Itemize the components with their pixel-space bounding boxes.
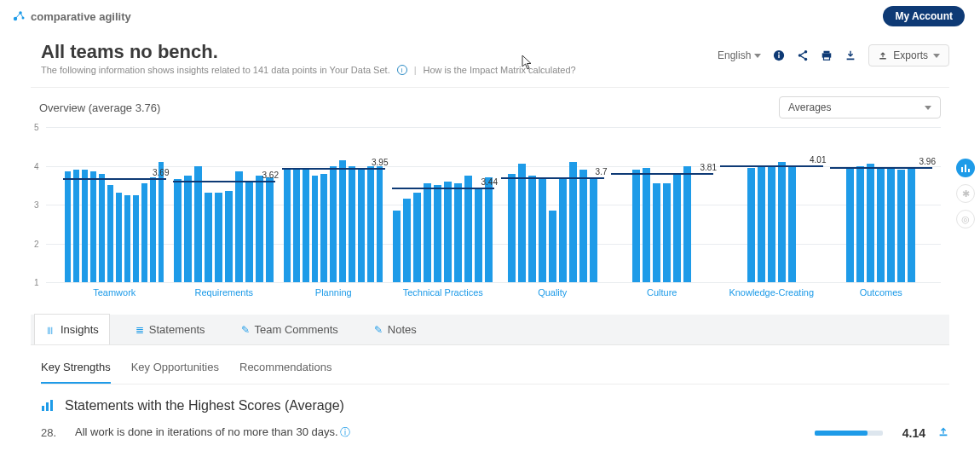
exports-button[interactable]: Exports <box>868 44 949 66</box>
bar[interactable] <box>124 195 130 282</box>
bar[interactable] <box>367 166 374 283</box>
bar[interactable] <box>683 166 691 283</box>
bar[interactable] <box>303 168 309 282</box>
bar[interactable] <box>508 174 516 282</box>
bar[interactable] <box>768 166 775 283</box>
metric-dropdown[interactable]: Averages <box>779 96 941 119</box>
bar[interactable] <box>413 193 421 282</box>
download-icon[interactable] <box>845 49 856 61</box>
category-label[interactable]: Technical Practices <box>389 287 499 298</box>
bar[interactable] <box>747 168 755 282</box>
bar[interactable] <box>867 164 874 282</box>
subtab-key-strengths[interactable]: Key Strengths <box>41 354 111 384</box>
info-icon[interactable]: i <box>397 65 407 75</box>
bar[interactable] <box>174 179 182 282</box>
bar[interactable] <box>758 166 765 283</box>
bar[interactable] <box>846 168 854 282</box>
bar[interactable] <box>590 179 597 282</box>
category-label[interactable]: Quality <box>498 287 608 298</box>
tab-team-comments[interactable]: ✎Team Comments <box>231 315 349 344</box>
tab-notes[interactable]: ✎Notes <box>364 315 427 344</box>
chart-view-snow-button[interactable]: ✱ <box>956 184 975 203</box>
bar[interactable] <box>141 183 147 282</box>
category-label[interactable]: Requirements <box>170 287 280 298</box>
tab-insights[interactable]: ⫼Insights <box>34 314 110 344</box>
bar[interactable] <box>82 170 88 282</box>
print-icon[interactable] <box>821 49 833 61</box>
impact-matrix-link[interactable]: How is the Impact Matrix calculated? <box>424 65 576 75</box>
bar[interactable] <box>349 166 355 283</box>
subtab-key-opportunities[interactable]: Key Opportunities <box>131 354 219 384</box>
bar[interactable] <box>133 195 139 282</box>
bar[interactable] <box>579 170 587 282</box>
bar[interactable] <box>184 176 192 282</box>
share-icon[interactable] <box>797 49 809 61</box>
bar[interactable] <box>856 166 864 283</box>
bar[interactable] <box>434 185 441 282</box>
bar[interactable] <box>256 176 263 282</box>
bar[interactable] <box>377 166 383 283</box>
bar[interactable] <box>107 185 113 282</box>
category-label[interactable]: Outcomes <box>827 287 937 298</box>
bar[interactable] <box>424 183 431 282</box>
bar[interactable] <box>225 191 233 282</box>
info-circle-icon[interactable] <box>773 49 785 61</box>
bar[interactable] <box>312 176 319 282</box>
bar[interactable] <box>518 164 526 282</box>
bar[interactable] <box>205 193 212 282</box>
bar[interactable] <box>653 183 660 282</box>
bar[interactable] <box>235 171 243 282</box>
bar[interactable] <box>908 168 915 282</box>
bar[interactable] <box>877 168 885 282</box>
bar[interactable] <box>245 182 253 282</box>
bar[interactable] <box>194 166 202 283</box>
bar[interactable] <box>475 188 482 282</box>
bar[interactable] <box>320 174 327 282</box>
bar[interactable] <box>643 168 650 282</box>
bar[interactable] <box>778 162 786 282</box>
help-icon[interactable]: ⓘ <box>340 426 350 438</box>
bar[interactable] <box>528 176 536 282</box>
bar[interactable] <box>99 174 105 282</box>
bar[interactable] <box>215 193 222 282</box>
bar[interactable] <box>569 162 577 282</box>
bar[interactable] <box>116 193 122 282</box>
chart-view-other-button[interactable]: ◎ <box>956 210 975 228</box>
bar[interactable] <box>150 177 156 282</box>
language-select[interactable]: English <box>718 49 761 61</box>
bar[interactable] <box>330 166 337 283</box>
bar[interactable] <box>65 171 71 282</box>
statement-upload-button[interactable] <box>937 425 949 440</box>
chart-view-bars-button[interactable] <box>956 159 975 177</box>
bar[interactable] <box>559 177 567 282</box>
category-label[interactable]: Knowledge-Creating <box>717 287 827 298</box>
bar[interactable] <box>673 174 681 282</box>
subtab-recommendations[interactable]: Recommendations <box>239 354 331 384</box>
tab-statements[interactable]: ≣Statements <box>125 315 216 344</box>
bar[interactable] <box>464 176 472 282</box>
bar[interactable] <box>403 199 411 282</box>
bar[interactable] <box>266 177 274 282</box>
bar[interactable] <box>632 170 640 282</box>
bar[interactable] <box>284 170 291 282</box>
bar[interactable] <box>73 170 79 282</box>
bar[interactable] <box>358 168 365 282</box>
bar[interactable] <box>485 177 493 282</box>
bar[interactable] <box>90 171 96 282</box>
bar[interactable] <box>454 183 462 282</box>
bar[interactable] <box>444 182 452 282</box>
bar[interactable] <box>887 168 895 282</box>
bar[interactable] <box>663 183 671 282</box>
bar[interactable] <box>897 170 905 282</box>
category-label[interactable]: Teamwork <box>60 287 170 298</box>
bar[interactable] <box>339 160 346 282</box>
category-label[interactable]: Culture <box>608 287 718 298</box>
bar[interactable] <box>539 177 546 282</box>
category-label[interactable]: Planning <box>279 287 389 298</box>
bar[interactable] <box>393 211 401 282</box>
bar[interactable] <box>159 162 164 282</box>
bar[interactable] <box>293 168 300 282</box>
bar[interactable] <box>788 166 796 283</box>
bar[interactable] <box>549 211 556 282</box>
my-account-button[interactable]: My Account <box>883 6 965 26</box>
